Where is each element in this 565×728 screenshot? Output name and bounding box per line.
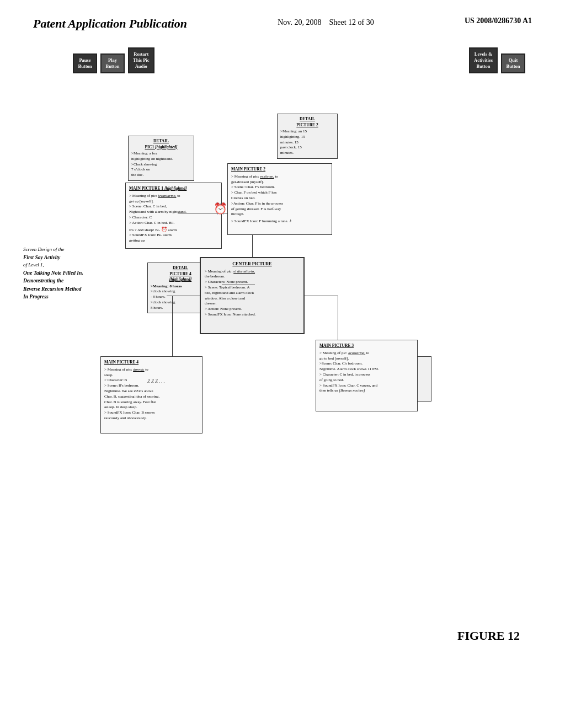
restart-button[interactable]: RestartThis PicAudio <box>128 47 154 73</box>
top-buttons-left: PauseButton PlayButton RestartThis PicAu… <box>73 47 154 73</box>
zzz-icon: ZZZ... <box>147 378 166 384</box>
detail-pic1: DETAILPIC1 [highlighted] >Meaning: a fox… <box>128 136 194 181</box>
page-header: Patent Application Publication Nov. 20, … <box>0 0 565 36</box>
figure-label: FIGURE 12 <box>457 629 520 643</box>
connector-v2 <box>172 296 173 356</box>
header-patent: US 2008/0286730 A1 <box>465 17 532 25</box>
connector-v1 <box>252 235 253 257</box>
pause-button[interactable]: PauseButton <box>73 53 97 73</box>
detail-pic2: DETAILPICTURE 2 >Meaning: an 15 highligh… <box>277 114 338 159</box>
page-content: Screen Design of the First Say Activity … <box>0 36 565 676</box>
alarm-icon-main1: ⏰ <box>214 202 227 215</box>
connector-h3 <box>167 296 200 296</box>
connector-v3 <box>338 296 338 340</box>
play-button[interactable]: PlayButton <box>100 53 125 73</box>
main-pic4: MAIN PICTURE 4 > Meaning of pic: dormir,… <box>100 356 202 433</box>
connector-h4 <box>305 296 338 296</box>
header-title: Patent Application Publication <box>33 17 187 31</box>
diagram-area: PauseButton PlayButton RestartThis PicAu… <box>40 47 525 654</box>
center-pic: CENTER PICTURE > Meaning of pic: el dorm… <box>200 257 305 334</box>
main-pic3: MAIN PICTURE 3 > Meaning of pic: acostar… <box>316 340 418 411</box>
header-meta: Nov. 20, 2008 Sheet 12 of 30 <box>278 17 374 29</box>
main-pic1: MAIN PICTURE 1 [highlighted] > Meaning o… <box>125 183 222 249</box>
quit-button[interactable]: QuitButton <box>501 53 525 73</box>
connector-h2 <box>222 285 255 285</box>
top-buttons-right: Levels &ActivitiesButton QuitButton <box>469 47 525 73</box>
levels-button[interactable]: Levels &ActivitiesButton <box>469 47 498 73</box>
main-pic2: MAIN PICTURE 2 > Meaning of pic: vestirm… <box>227 163 332 235</box>
